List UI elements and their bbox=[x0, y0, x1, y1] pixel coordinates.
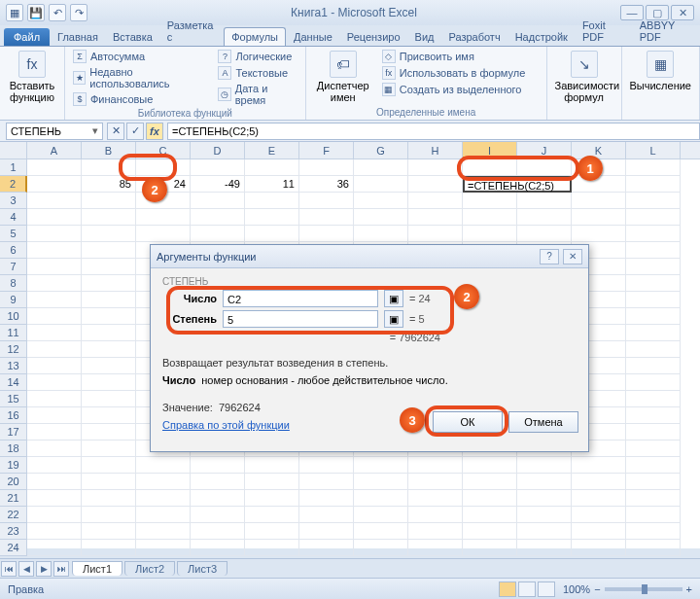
cell-H22[interactable] bbox=[408, 507, 463, 523]
text-button[interactable]: AТекстовые bbox=[216, 65, 298, 81]
cell-E2[interactable]: 11 bbox=[245, 176, 299, 193]
cell-A4[interactable] bbox=[27, 209, 82, 226]
formula-input[interactable]: =СТЕПЕНЬ(C2;5) bbox=[167, 123, 700, 140]
cell-D2[interactable]: -49 bbox=[191, 176, 245, 193]
cell-B13[interactable] bbox=[82, 358, 136, 374]
row-1[interactable]: 1 bbox=[0, 159, 27, 176]
sheet-nav-first[interactable]: ⏮ bbox=[1, 561, 17, 577]
zoom-out-button[interactable]: − bbox=[594, 583, 600, 595]
arg2-ref-button[interactable]: ▣ bbox=[384, 310, 403, 328]
cell-A3[interactable] bbox=[27, 193, 82, 209]
dialog-close-button[interactable]: ✕ bbox=[563, 249, 582, 264]
cell-A8[interactable] bbox=[27, 275, 82, 292]
sheet-tab-1[interactable]: Лист1 bbox=[72, 561, 122, 576]
cell-J22[interactable] bbox=[517, 507, 572, 523]
cell-E24[interactable] bbox=[245, 540, 299, 556]
cell-E19[interactable] bbox=[245, 457, 299, 474]
cell-H21[interactable] bbox=[408, 490, 463, 507]
row-23[interactable]: 23 bbox=[0, 523, 27, 540]
cell-J4[interactable] bbox=[517, 209, 572, 226]
cell-A23[interactable] bbox=[27, 523, 82, 540]
fx-button[interactable]: fx bbox=[146, 123, 163, 140]
calculation-button[interactable]: ▦ Вычисление bbox=[628, 49, 694, 93]
cell-A20[interactable] bbox=[27, 474, 82, 490]
cell-G5[interactable] bbox=[354, 226, 408, 242]
cell-E23[interactable] bbox=[245, 523, 299, 540]
col-F[interactable]: F bbox=[299, 142, 354, 159]
cell-C21[interactable] bbox=[136, 490, 191, 507]
cell-L16[interactable] bbox=[626, 407, 681, 424]
cell-A24[interactable] bbox=[27, 540, 82, 556]
sheet-nav-prev[interactable]: ◀ bbox=[18, 561, 34, 577]
cell-L3[interactable] bbox=[626, 193, 681, 209]
row-5[interactable]: 5 bbox=[0, 226, 27, 242]
logical-button[interactable]: ?Логические bbox=[216, 49, 298, 64]
cell-E3[interactable] bbox=[245, 193, 299, 209]
row-7[interactable]: 7 bbox=[0, 259, 27, 275]
cell-E1[interactable] bbox=[245, 159, 299, 176]
col-D[interactable]: D bbox=[191, 142, 245, 159]
row-9[interactable]: 9 bbox=[0, 292, 27, 308]
assign-name-button[interactable]: ◇Присвоить имя bbox=[380, 49, 528, 64]
cell-H5[interactable] bbox=[408, 226, 463, 242]
row-3[interactable]: 3 bbox=[0, 193, 27, 209]
cell-H20[interactable] bbox=[408, 474, 463, 490]
cell-E5[interactable] bbox=[245, 226, 299, 242]
cell-L18[interactable] bbox=[626, 440, 681, 457]
row-22[interactable]: 22 bbox=[0, 507, 27, 523]
cell-L17[interactable] bbox=[626, 424, 681, 440]
row-12[interactable]: 12 bbox=[0, 341, 27, 358]
page-layout-button[interactable] bbox=[518, 581, 536, 597]
cell-D23[interactable] bbox=[191, 523, 245, 540]
tab-layout[interactable]: Разметка с bbox=[160, 17, 223, 46]
cell-A5[interactable] bbox=[27, 226, 82, 242]
cell-I24[interactable] bbox=[463, 540, 517, 556]
cell-K24[interactable] bbox=[572, 540, 626, 556]
cell-A21[interactable] bbox=[27, 490, 82, 507]
cell-K5[interactable] bbox=[572, 226, 626, 242]
cell-B24[interactable] bbox=[82, 540, 136, 556]
excel-icon[interactable]: ▦ bbox=[6, 4, 23, 21]
page-break-button[interactable] bbox=[538, 581, 555, 597]
cell-G19[interactable] bbox=[354, 457, 408, 474]
tab-data[interactable]: Данные bbox=[287, 28, 339, 46]
cell-G24[interactable] bbox=[354, 540, 408, 556]
ok-button[interactable]: ОК bbox=[433, 411, 503, 433]
cell-D22[interactable] bbox=[191, 507, 245, 523]
cell-L2[interactable] bbox=[626, 176, 681, 193]
col-E[interactable]: E bbox=[245, 142, 299, 159]
row-13[interactable]: 13 bbox=[0, 358, 27, 374]
cell-F24[interactable] bbox=[299, 540, 354, 556]
cell-G22[interactable] bbox=[354, 507, 408, 523]
cell-H24[interactable] bbox=[408, 540, 463, 556]
cell-F19[interactable] bbox=[299, 457, 354, 474]
cell-I2-active[interactable]: =СТЕПЕНЬ(C2;5) bbox=[463, 176, 572, 193]
cell-L20[interactable] bbox=[626, 474, 681, 490]
cell-L12[interactable] bbox=[626, 341, 681, 358]
tab-review[interactable]: Рецензиро bbox=[340, 28, 407, 46]
row-18[interactable]: 18 bbox=[0, 440, 27, 457]
cell-B23[interactable] bbox=[82, 523, 136, 540]
cell-D3[interactable] bbox=[191, 193, 245, 209]
cell-A11[interactable] bbox=[27, 325, 82, 341]
tab-abbyy[interactable]: ABBYY PDF bbox=[633, 17, 700, 46]
row-24[interactable]: 24 bbox=[0, 540, 27, 556]
cell-A19[interactable] bbox=[27, 457, 82, 474]
cell-B22[interactable] bbox=[82, 507, 136, 523]
row-11[interactable]: 11 bbox=[0, 325, 27, 341]
tab-formulas[interactable]: Формулы bbox=[224, 27, 286, 46]
cell-H1[interactable] bbox=[408, 159, 463, 176]
cell-I20[interactable] bbox=[463, 474, 517, 490]
cell-J19[interactable] bbox=[517, 457, 572, 474]
cell-B18[interactable] bbox=[82, 440, 136, 457]
use-in-formula-button[interactable]: fxИспользовать в формуле bbox=[380, 65, 528, 81]
cell-E22[interactable] bbox=[245, 507, 299, 523]
cell-F23[interactable] bbox=[299, 523, 354, 540]
cell-F4[interactable] bbox=[299, 209, 354, 226]
cell-C20[interactable] bbox=[136, 474, 191, 490]
cell-B15[interactable] bbox=[82, 391, 136, 407]
cell-K19[interactable] bbox=[572, 457, 626, 474]
cell-L23[interactable] bbox=[626, 523, 681, 540]
cell-G1[interactable] bbox=[354, 159, 408, 176]
zoom-slider[interactable] bbox=[605, 587, 682, 591]
